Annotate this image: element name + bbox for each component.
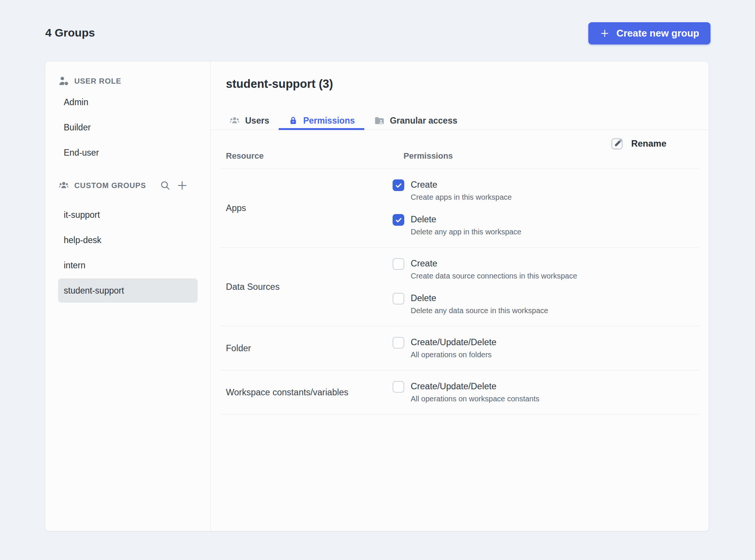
people-icon [229,115,240,126]
permission-item: Delete Delete any app in this workspace [393,214,700,237]
groups-sidebar: USER ROLE Admin Builder End-user CUSTOM … [45,61,211,531]
sidebar-item-label: Builder [64,122,91,133]
permission-item: Create/Update/Delete All operations on f… [393,337,700,360]
table-row-folder: Folder Create/Update/Delete All operatio… [220,326,700,370]
resource-label: Workspace constants/variables [220,381,393,404]
permission-description: All operations on folders [411,350,496,360]
create-new-group-label: Create new group [616,28,699,39]
table-row-data-sources: Data Sources Create Create data source c… [220,248,700,326]
group-tabs: Users Permissions Gran [211,112,709,130]
sidebar-item-label: End-user [64,148,99,158]
check-icon [395,182,402,189]
user-gear-icon [58,75,69,87]
sidebar-item-admin[interactable]: Admin [58,90,198,114]
permission-item: Create Create data source connections in… [393,258,700,281]
permission-item: Delete Delete any data source in this wo… [393,293,700,315]
sidebar-item-label: it-support [64,210,100,220]
permission-checkbox-folder-cud[interactable] [393,337,404,349]
user-role-section-header: USER ROLE [58,75,198,87]
permission-label: Create [411,258,577,269]
table-row-workspace-constants: Workspace constants/variables Create/Upd… [220,370,700,415]
rename-label: Rename [631,138,666,149]
sidebar-item-builder[interactable]: Builder [58,115,198,139]
sidebar-item-it-support[interactable]: it-support [58,203,198,227]
plus-icon [600,28,610,38]
tab-granular-access-label: Granular access [390,116,457,126]
resource-label: Apps [220,179,393,237]
custom-groups-actions [160,180,188,191]
tab-users[interactable]: Users [227,112,279,130]
tab-granular-access[interactable]: Granular access [364,112,467,130]
sidebar-item-label: help-desk [64,235,101,245]
user-role-list: Admin Builder End-user [58,90,198,165]
create-new-group-button[interactable]: Create new group [588,22,710,44]
page-title: 4 Groups [45,26,95,39]
permission-label: Create [411,179,512,190]
sidebar-item-help-desk[interactable]: help-desk [58,228,198,252]
sidebar-item-intern[interactable]: intern [58,253,198,277]
sidebar-item-label: Admin [64,97,88,107]
permission-checkbox-apps-delete[interactable] [393,214,404,226]
plus-icon [176,180,188,191]
groups-settings-page: 4 Groups Create new group USER ROLE Admi… [0,0,755,560]
folder-user-icon [374,115,385,126]
permission-text: Delete Delete any data source in this wo… [411,293,548,315]
sidebar-item-label: intern [64,260,86,271]
tab-users-label: Users [245,116,269,126]
permission-checkbox-workspace-constants-cud[interactable] [393,381,404,393]
group-detail-panel: student-support (3) Rename [211,61,709,531]
permission-text: Create/Update/Delete All operations on f… [411,337,496,360]
tab-permissions[interactable]: Permissions [279,112,364,130]
sidebar-item-label: student-support [64,286,124,296]
permission-label: Delete [411,293,548,304]
permission-label: Create/Update/Delete [411,337,496,348]
sidebar-item-end-user[interactable]: End-user [58,141,198,165]
group-title: student-support (3) [226,76,709,92]
custom-groups-section-header: CUSTOM GROUPS [58,179,198,191]
rename-button[interactable]: Rename [610,136,666,151]
groups-card: USER ROLE Admin Builder End-user CUSTOM … [45,61,709,531]
permission-text: Create Create apps in this workspace [411,179,512,202]
search-groups-button[interactable] [160,180,171,191]
table-row-apps: Apps Create Create apps in this workspac… [220,169,700,248]
resource-column-header: Resource [220,151,393,161]
permission-text: Create Create data source connections in… [411,258,577,281]
resource-label: Data Sources [220,258,393,315]
user-role-section-label: USER ROLE [74,77,121,86]
permission-description: Create apps in this workspace [411,193,512,202]
edit-pencil-icon [610,136,625,151]
permission-checkbox-apps-create[interactable] [393,179,404,191]
permission-checkbox-datasources-create[interactable] [393,258,404,270]
check-icon [395,216,402,224]
add-group-button[interactable] [176,180,188,191]
permission-description: Delete any app in this workspace [411,227,522,237]
custom-groups-list: it-support help-desk intern student-supp… [58,203,198,303]
sidebar-item-student-support[interactable]: student-support [58,278,198,303]
people-icon [58,180,69,191]
permission-item: Create/Update/Delete All operations on w… [393,381,700,404]
permission-label: Delete [411,214,522,225]
custom-groups-section-label: CUSTOM GROUPS [74,181,146,190]
permission-text: Delete Delete any app in this workspace [411,214,522,237]
permission-description: All operations on workspace constants [411,394,539,404]
permission-text: Create/Update/Delete All operations on w… [411,381,539,404]
resource-label: Folder [220,337,393,360]
tab-permissions-label: Permissions [303,116,355,126]
permission-label: Create/Update/Delete [411,381,539,392]
permission-item: Create Create apps in this workspace [393,179,700,202]
permission-checkbox-datasources-delete[interactable] [393,293,404,304]
permissions-table: Resource Permissions Apps Create C [220,130,700,415]
lock-icon [288,116,298,126]
permissions-column-header: Permissions [393,151,700,161]
search-icon [160,180,171,191]
permission-description: Create data source connections in this w… [411,271,577,281]
permission-description: Delete any data source in this workspace [411,306,548,315]
